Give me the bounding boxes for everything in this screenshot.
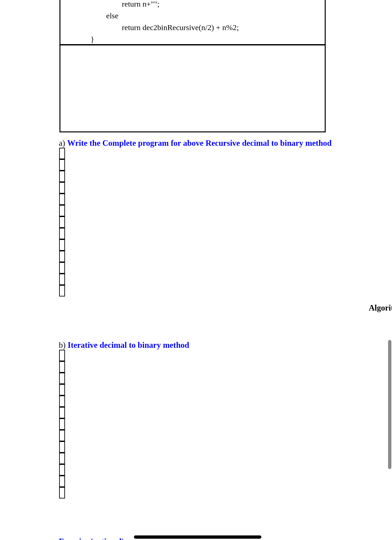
code-box-upper: return n+""; else return dec2binRecursiv… [59, 0, 326, 46]
answer-cell[interactable] [59, 216, 65, 228]
answer-cell[interactable] [59, 262, 65, 274]
answer-cell[interactable] [59, 487, 65, 498]
prompt-a-text: Write the Complete program for above Rec… [67, 139, 332, 147]
answer-cell[interactable] [59, 441, 65, 453]
answer-cell[interactable] [59, 396, 65, 407]
answer-cell[interactable] [59, 464, 65, 476]
prompt-b-label: b) [59, 341, 68, 349]
code-line-3: return dec2binRecursive(n/2) + n%2; [67, 23, 239, 32]
answer-cell[interactable] [59, 148, 65, 159]
code-line-1: return n+""; [67, 0, 159, 8]
answer-cell[interactable] [59, 239, 65, 251]
answer-cell[interactable] [59, 373, 65, 384]
answer-cell[interactable] [59, 453, 65, 464]
answer-cell[interactable] [59, 205, 65, 216]
prompt-b: b) Iterative decimal to binary method [59, 341, 189, 350]
answer-cells-a [59, 148, 65, 296]
horizontal-scrollbar-track[interactable] [0, 535, 392, 540]
answer-cells-b [59, 350, 65, 498]
prompt-a-label: a) [59, 139, 67, 147]
answer-cell[interactable] [59, 350, 65, 361]
answer-cell[interactable] [59, 476, 65, 487]
document-page: return n+""; else return dec2binRecursiv… [0, 0, 392, 540]
answer-cell[interactable] [59, 159, 65, 171]
answer-cell[interactable] [59, 285, 65, 296]
code-line-2: else [67, 11, 118, 20]
answer-cell[interactable] [59, 384, 65, 396]
answer-cell[interactable] [59, 171, 65, 182]
answer-cell[interactable] [59, 430, 65, 441]
code-line-4: } [67, 35, 94, 43]
answer-cell[interactable] [59, 407, 65, 418]
vertical-scrollbar-thumb[interactable] [388, 340, 391, 469]
answer-cell[interactable] [59, 251, 65, 262]
answer-cell[interactable] [59, 194, 65, 205]
horizontal-scrollbar-thumb[interactable] [134, 535, 261, 539]
answer-cell[interactable] [59, 182, 65, 194]
answer-cell[interactable] [59, 274, 65, 285]
answer-cell[interactable] [59, 418, 65, 430]
vertical-scrollbar-track[interactable] [387, 0, 392, 540]
empty-box [59, 44, 326, 132]
answer-cell[interactable] [59, 361, 65, 373]
prompt-b-text: Iterative decimal to binary method [68, 341, 189, 349]
answer-cell[interactable] [59, 228, 65, 239]
code-snippet: return n+""; else return dec2binRecursiv… [60, 0, 325, 46]
prompt-a: a) Write the Complete program for above … [59, 139, 332, 148]
